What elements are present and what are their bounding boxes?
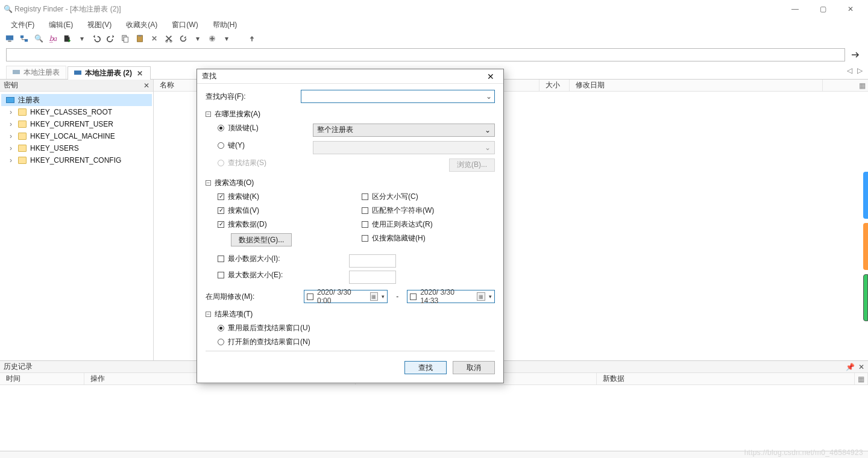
results-section[interactable]: − 结果选项(T)	[206, 309, 495, 319]
expand-icon[interactable]: ›	[7, 120, 14, 128]
menu-file[interactable]: 文件(F)	[5, 19, 40, 31]
export-dropdown-icon[interactable]: ▾	[77, 34, 87, 43]
collapse-icon[interactable]: −	[206, 111, 211, 117]
menu-favorites[interactable]: 收藏夹(A)	[120, 19, 163, 31]
check-search-data[interactable]: 搜索数据(D)	[218, 219, 351, 230]
cut-icon[interactable]	[164, 34, 174, 43]
up-icon[interactable]	[247, 34, 257, 43]
chevron-down-icon[interactable]: ▾	[489, 293, 492, 300]
tab-local-registry[interactable]: 本地注册表	[6, 66, 66, 79]
dialog-close-button[interactable]: ✕	[483, 71, 498, 83]
titlebar: 🔍 Registry Finder - [本地注册表 (2)] — ▢ ✕	[0, 0, 868, 18]
address-row	[0, 46, 868, 65]
maximize-button[interactable]: ▢	[809, 0, 837, 18]
tree-node-hkcc[interactable]: › HKEY_CURRENT_CONFIG	[1, 154, 152, 166]
history-list[interactable]	[0, 385, 868, 451]
min-size-input[interactable]	[349, 254, 396, 268]
col-size[interactable]: 大小	[539, 80, 570, 91]
side-tab-a[interactable]	[863, 172, 868, 219]
zoom-icon[interactable]: 🔍	[34, 34, 43, 43]
check-whole[interactable]: 匹配整个字符串(W)	[362, 205, 495, 216]
date-check[interactable]	[410, 293, 417, 300]
date-from[interactable]: 2020/ 3/30 0:00 ▦▾	[304, 290, 388, 303]
close-button[interactable]: ✕	[837, 0, 864, 18]
options-section[interactable]: − 搜索选项(O)	[206, 178, 495, 188]
data-types-button[interactable]: 数据类型(G)...	[231, 233, 292, 246]
hist-col-time[interactable]: 时间	[0, 373, 84, 384]
calendar-icon[interactable]: ▦	[370, 292, 379, 301]
hist-col-new[interactable]: 新数据	[597, 373, 855, 384]
pin-icon[interactable]: 📌	[846, 363, 855, 371]
tree-node-hkcu[interactable]: › HKEY_CURRENT_USER	[1, 118, 152, 130]
cancel-button[interactable]: 取消	[453, 361, 495, 374]
redo-icon[interactable]	[106, 34, 116, 43]
column-config-icon[interactable]: ▦	[856, 81, 868, 90]
minimize-button[interactable]: —	[781, 0, 809, 18]
paste-icon[interactable]	[135, 34, 145, 43]
registry-tree[interactable]: 注册表 › HKEY_CLASSES_ROOT › HKEY_CURRENT_U…	[0, 92, 153, 360]
network-icon[interactable]	[19, 34, 29, 43]
check-case[interactable]: 区分大小写(C)	[362, 192, 495, 202]
refresh-dropdown-icon[interactable]: ▾	[193, 34, 203, 43]
go-button[interactable]	[849, 48, 862, 61]
top-key-select[interactable]: 整个注册表 ⌄	[313, 124, 495, 137]
export-icon[interactable]	[63, 34, 72, 43]
undo-icon[interactable]	[92, 34, 101, 43]
check-hidden[interactable]: 仅搜索隐藏键(H)	[362, 233, 495, 243]
add-icon[interactable]	[207, 34, 217, 43]
menu-edit[interactable]: 编辑(E)	[43, 19, 79, 31]
calendar-icon[interactable]: ▦	[477, 292, 485, 301]
replace-icon[interactable]: b̲a	[48, 34, 58, 43]
date-check[interactable]	[307, 293, 313, 300]
tree-close-icon[interactable]: ✕	[143, 81, 149, 90]
refresh-icon[interactable]	[178, 34, 188, 43]
side-tab-c[interactable]	[863, 274, 868, 321]
toolbar: 🔍 b̲a ▾ ✕ ▾ ▾	[0, 31, 868, 46]
check-label: 搜索数据(D)	[228, 219, 267, 230]
copy-icon[interactable]	[121, 34, 130, 43]
expand-icon[interactable]: ›	[7, 108, 14, 116]
tab-local-registry-2[interactable]: 本地注册表 (2) ✕	[68, 66, 151, 80]
radio-reuse-window[interactable]: 重用最后查找结果窗口(U)	[218, 323, 495, 333]
chevron-down-icon[interactable]: ⌄	[486, 92, 492, 101]
date-to[interactable]: 2020/ 3/30 14:33 ▦▾	[407, 290, 495, 303]
col-date[interactable]: 修改日期	[570, 80, 823, 91]
check-min-size[interactable]: 最小数据大小(I):	[218, 254, 344, 264]
dialog-titlebar[interactable]: 查找 ✕	[197, 69, 503, 84]
delete-icon[interactable]: ✕	[149, 34, 159, 43]
check-regex[interactable]: 使用正则表达式(R)	[362, 219, 495, 230]
address-input[interactable]	[6, 48, 845, 61]
radio-new-window[interactable]: 打开新的查找结果窗口(N)	[218, 337, 495, 347]
menu-window[interactable]: 窗口(W)	[166, 19, 204, 31]
check-max-size[interactable]: 最大数据大小(E):	[218, 270, 344, 280]
radio-top-key[interactable]: 顶级键(L)	[218, 123, 308, 133]
tree-node-hklm[interactable]: › HKEY_LOCAL_MACHINE	[1, 130, 152, 142]
tree-node-hkcr[interactable]: › HKEY_CLASSES_ROOT	[1, 106, 152, 118]
tab-close-icon[interactable]: ✕	[136, 69, 144, 78]
expand-icon[interactable]: ›	[7, 144, 14, 152]
tree-root[interactable]: 注册表	[1, 94, 152, 106]
chevron-down-icon[interactable]: ▾	[382, 293, 385, 300]
computer-icon[interactable]	[5, 34, 14, 43]
menu-view[interactable]: 视图(V)	[81, 19, 118, 31]
where-section[interactable]: − 在哪里搜索(A)	[206, 109, 495, 119]
collapse-icon[interactable]: −	[206, 312, 211, 317]
monitor-icon	[6, 97, 14, 103]
expand-icon[interactable]: ›	[7, 156, 14, 165]
column-config-icon[interactable]: ▦	[855, 373, 868, 384]
tree-node-hku[interactable]: › HKEY_USERS	[1, 142, 152, 154]
find-input[interactable]: ⌄	[301, 90, 495, 103]
menu-help[interactable]: 帮助(H)	[207, 19, 244, 31]
tab-prev-icon[interactable]: ◁	[845, 66, 854, 75]
history-close-icon[interactable]: ✕	[858, 363, 864, 371]
check-search-values[interactable]: 搜索值(V)	[218, 205, 351, 216]
collapse-icon[interactable]: −	[206, 180, 211, 186]
add-dropdown-icon[interactable]: ▾	[222, 34, 231, 43]
side-tab-b[interactable]	[863, 223, 868, 270]
max-size-input[interactable]	[349, 271, 396, 284]
find-button[interactable]: 查找	[404, 361, 447, 374]
check-search-keys[interactable]: 搜索键(K)	[218, 192, 351, 202]
radio-key[interactable]: 键(Y)	[218, 140, 308, 151]
tab-next-icon[interactable]: ▷	[855, 66, 864, 75]
expand-icon[interactable]: ›	[7, 132, 14, 140]
